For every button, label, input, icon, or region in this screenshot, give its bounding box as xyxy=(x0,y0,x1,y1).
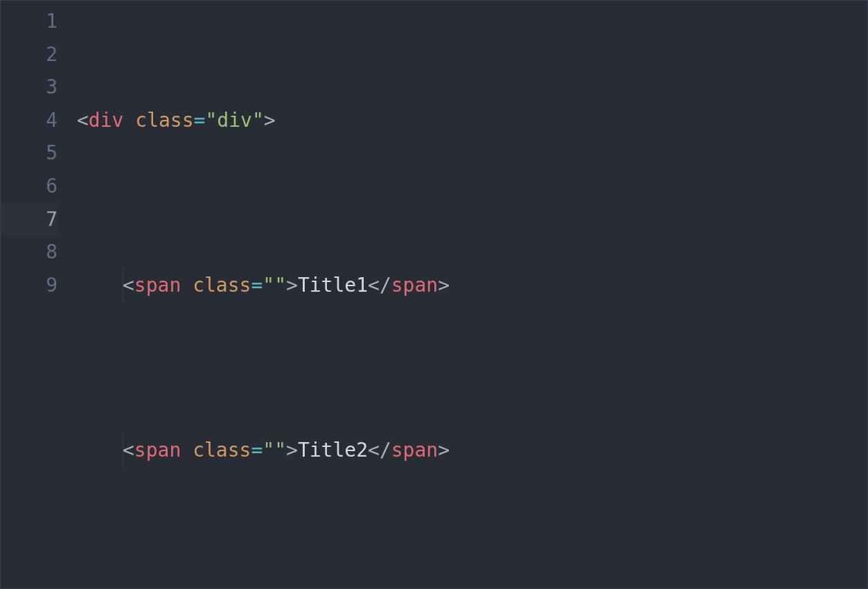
angle-bracket: < xyxy=(123,439,134,461)
angle-bracket: > xyxy=(286,274,298,297)
code-line[interactable]: <span class="">Title2</span> xyxy=(77,434,867,467)
attr-name: class xyxy=(193,439,251,461)
equals-op: = xyxy=(251,274,263,297)
code-editor[interactable]: 1 2 3 4 5 6 7 8 9 <div class="div"> <spa… xyxy=(1,1,867,588)
tag-name: div xyxy=(89,109,124,132)
line-number: 3 xyxy=(1,71,57,104)
angle-bracket: > xyxy=(438,439,450,461)
angle-bracket: < xyxy=(77,109,89,132)
slash: / xyxy=(380,439,391,461)
line-number: 9 xyxy=(1,269,57,302)
attr-name: class xyxy=(135,109,193,132)
angle-bracket: < xyxy=(368,439,380,461)
line-number: 2 xyxy=(1,38,57,71)
attr-value: "div" xyxy=(205,109,263,132)
attr-value: "" xyxy=(263,274,286,297)
inner-text: Title1 xyxy=(298,274,368,297)
angle-bracket: < xyxy=(123,274,134,297)
tag-name: span xyxy=(134,439,181,461)
equals-op: = xyxy=(251,439,263,461)
equals-op: = xyxy=(194,109,206,132)
gutter: 1 2 3 4 5 6 7 8 9 xyxy=(1,5,77,588)
line-number: 4 xyxy=(1,104,57,137)
line-number-active: 7 xyxy=(1,203,57,236)
attr-name: class xyxy=(193,274,251,297)
slash: / xyxy=(380,274,391,297)
attr-value: "" xyxy=(263,439,286,461)
tag-name: span xyxy=(391,274,438,297)
tag-name: span xyxy=(134,274,181,297)
indent-guide-icon xyxy=(123,269,123,302)
code-area[interactable]: <div class="div"> <span class="">Title1<… xyxy=(77,5,867,588)
angle-bracket: > xyxy=(264,109,276,132)
tag-name: span xyxy=(391,439,438,461)
line-number: 5 xyxy=(1,137,57,170)
angle-bracket: > xyxy=(438,274,450,297)
angle-bracket: > xyxy=(286,439,298,461)
code-line[interactable]: <span class="">Title1</span> xyxy=(77,269,867,302)
angle-bracket: < xyxy=(368,274,380,297)
inner-text: Title2 xyxy=(298,439,368,461)
line-number: 8 xyxy=(1,236,57,269)
line-number: 6 xyxy=(1,170,57,203)
line-number: 1 xyxy=(1,5,57,38)
code-line[interactable]: <div class="div"> xyxy=(77,104,867,137)
indent-guide-icon xyxy=(123,434,123,467)
